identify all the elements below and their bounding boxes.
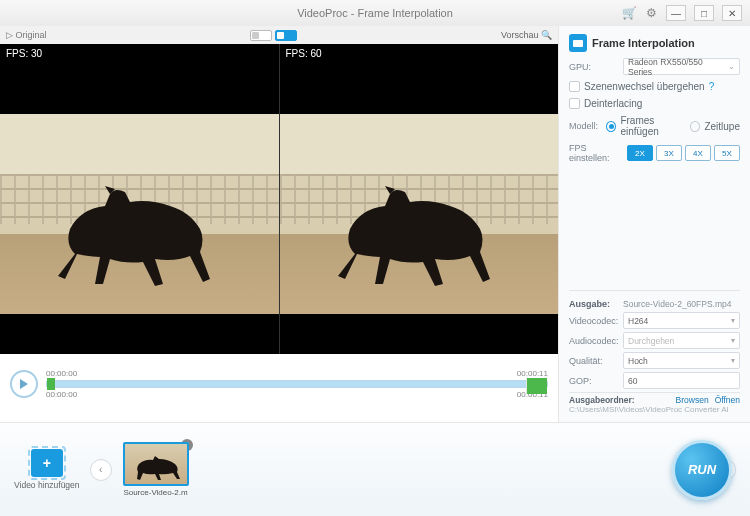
trim-handle-right[interactable] [526, 378, 547, 394]
timeline-track[interactable] [46, 380, 548, 388]
audiocodec-select[interactable]: Durchgehen▾ [623, 332, 740, 349]
close-button[interactable]: ✕ [722, 5, 742, 21]
settings-panel: Frame Interpolation GPU: Radeon RX550/55… [558, 26, 750, 422]
scene-skip-checkbox[interactable] [569, 81, 580, 92]
video-thumbnail[interactable]: ✕ Source-Video-2.m [122, 442, 190, 497]
fps-3x[interactable]: 3X [656, 145, 682, 161]
timeline[interactable]: 00:00:00 00:00:11 00:00:00 00:00:11 [46, 369, 548, 399]
output-path: C:\Users\MSI\Videos\VideoProc Converter … [569, 405, 740, 414]
titlebar: VideoProc - Frame Interpolation 🛒 ⚙ — □ … [0, 0, 750, 26]
preview-panel: ▷ Original Vorschau 🔍 FPS: 30 FPS: 60 [0, 26, 558, 422]
trim-start: 00:00:00 [46, 390, 77, 399]
videocodec-label: Videocodec: [569, 316, 619, 326]
radio-frames-insert-label: Frames einfügen [620, 115, 686, 137]
output-section: Ausgabe: Source-Video-2_60FPS.mp4 Videoc… [569, 299, 740, 414]
maximize-button[interactable]: □ [694, 5, 714, 21]
app-title: VideoProc - Frame Interpolation [297, 7, 453, 19]
browse-link[interactable]: Browsen [676, 395, 709, 405]
run-button[interactable]: RUN [672, 440, 732, 500]
open-link[interactable]: Öffnen [715, 395, 740, 405]
output-folder-label: Ausgabeordner: [569, 395, 635, 405]
deinterlacing-checkbox[interactable] [569, 98, 580, 109]
fps-4x[interactable]: 4X [685, 145, 711, 161]
radio-slowmo[interactable] [690, 121, 700, 132]
add-video-icon: + [31, 449, 63, 477]
quality-label: Qualität: [569, 356, 619, 366]
preview-label[interactable]: Vorschau 🔍 [501, 30, 552, 40]
playbar: 00:00:00 00:00:11 00:00:00 00:00:11 [0, 354, 558, 414]
videocodec-select[interactable]: H264▾ [623, 312, 740, 329]
time-end: 00:00:11 [517, 369, 548, 378]
play-button[interactable] [10, 370, 38, 398]
gop-label: GOP: [569, 376, 619, 386]
output-filename: Source-Video-2_60FPS.mp4 [623, 299, 732, 309]
fps-5x[interactable]: 5X [714, 145, 740, 161]
gop-input[interactable]: 60 [623, 372, 740, 389]
output-heading: Ausgabe: [569, 299, 619, 309]
gpu-label: GPU: [569, 62, 619, 72]
minimize-button[interactable]: — [666, 5, 686, 21]
thumbnail-image[interactable] [123, 442, 189, 486]
settings-icon[interactable]: ⚙ [644, 6, 658, 20]
toggle-preview[interactable] [275, 30, 297, 41]
panel-title: Frame Interpolation [569, 34, 740, 52]
fps-2x[interactable]: 2X [627, 145, 653, 161]
time-start: 00:00:00 [46, 369, 77, 378]
titlebar-controls: 🛒 ⚙ — □ ✕ [622, 5, 742, 21]
thumbnail-name: Source-Video-2.m [123, 488, 189, 497]
preview-left-image [0, 44, 279, 354]
preview-right-image [280, 44, 559, 354]
scene-skip-label: Szenenwechsel übergehen [584, 81, 705, 92]
fps-set-label: FPS einstellen: [569, 143, 623, 163]
bottom-bar: + Video hinzufügen ‹ ✕ Source-Video-2.m … [0, 422, 750, 516]
quality-select[interactable]: Hoch▾ [623, 352, 740, 369]
frame-interp-icon [569, 34, 587, 52]
help-icon[interactable]: ? [709, 81, 715, 92]
trim-handle-left[interactable] [47, 378, 55, 390]
cart-icon[interactable]: 🛒 [622, 6, 636, 20]
preview-split: FPS: 30 FPS: 60 [0, 44, 558, 354]
preview-right: FPS: 60 [280, 44, 559, 354]
radio-frames-insert[interactable] [606, 121, 616, 132]
chevron-down-icon: ⌄ [728, 62, 735, 71]
model-label: Modell: [569, 121, 602, 131]
thumb-nav-prev[interactable]: ‹ [90, 459, 112, 481]
fps-right-label: FPS: 60 [286, 48, 322, 59]
fps-left-label: FPS: 30 [6, 48, 42, 59]
preview-left: FPS: 30 [0, 44, 280, 354]
fps-buttons: 2X 3X 4X 5X [627, 145, 740, 161]
gpu-select[interactable]: Radeon RX550/550 Series⌄ [623, 58, 740, 75]
add-video-button[interactable]: + Video hinzufügen [14, 449, 80, 490]
compare-bar: ▷ Original Vorschau 🔍 [0, 26, 558, 44]
original-label: ▷ Original [6, 30, 47, 40]
audiocodec-label: Audiocodec: [569, 336, 619, 346]
compare-toggle-group [250, 30, 297, 41]
add-video-label: Video hinzufügen [14, 480, 80, 490]
deinterlacing-label: Deinterlacing [584, 98, 642, 109]
main-area: ▷ Original Vorschau 🔍 FPS: 30 FPS: 60 [0, 26, 750, 422]
toggle-original[interactable] [250, 30, 272, 41]
radio-slowmo-label: Zeitlupe [704, 121, 740, 132]
